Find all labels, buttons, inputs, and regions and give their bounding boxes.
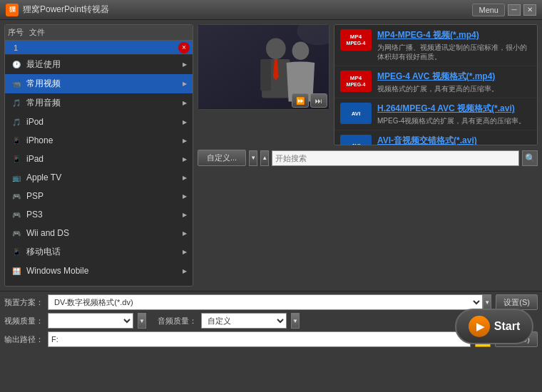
cat-icon-winmobile: 🪟 bbox=[11, 265, 22, 277]
cat-icon-video: 📹 bbox=[11, 78, 22, 90]
sidebar-item-recent[interactable]: 🕐最近使用▶ bbox=[5, 55, 193, 74]
format-desc: MPEG-4视频格式的扩展，具有更高的压缩率。 bbox=[377, 116, 531, 125]
cat-label-video: 常用视频 bbox=[26, 78, 61, 90]
format-item[interactable]: AVI H.264/MPEG-4 AVC 视频格式(*.avi) MPEG-4视… bbox=[334, 98, 537, 130]
audio-quality-label: 音频质量： bbox=[158, 316, 197, 326]
cat-icon-audio: 🎵 bbox=[11, 98, 22, 109]
cat-label-recent: 最近使用 bbox=[26, 58, 61, 71]
delete-icon[interactable]: × bbox=[178, 42, 190, 53]
format-name[interactable]: AVI-音视频交错格式(*.avi) bbox=[377, 135, 531, 145]
format-badge: AVI bbox=[340, 103, 372, 124]
sidebar-item-ps3[interactable]: 🎮PS3▶ bbox=[5, 205, 193, 224]
cat-label-ps3: PS3 bbox=[26, 210, 43, 220]
cat-icon-pmp: ▶ bbox=[11, 284, 22, 287]
sidebar-item-ipad[interactable]: 📱iPad▶ bbox=[5, 150, 193, 168]
video-quality-select[interactable] bbox=[48, 313, 133, 329]
sidebar-item-wii[interactable]: 🎮Wii and DS▶ bbox=[5, 224, 193, 242]
category-panel: 序号 文件 1 × 🕐最近使用▶📹常用视频▶🎵常用音频▶🎵iPod▶📱iPhon… bbox=[4, 24, 193, 287]
cat-label-appletv: Apple TV bbox=[26, 172, 61, 182]
sidebar-item-audio[interactable]: 🎵常用音频▶ bbox=[5, 93, 193, 113]
cat-arrow-recent: ▶ bbox=[183, 61, 187, 68]
svg-point-2 bbox=[266, 38, 286, 59]
top-section: ⏩ ⏭ MP4MPEG-4 MP4-MPEG-4 视频(*.mp4) 为网络广播… bbox=[198, 24, 538, 145]
title-bar: 狸 狸窝PowerPoint转视器 Menu ─ ✕ bbox=[0, 0, 542, 20]
controls-row: 自定义... ▼ ▲ 🔍 bbox=[198, 148, 538, 167]
cat-icon-wii: 🎮 bbox=[11, 227, 22, 239]
aq-dropdown-arrow[interactable]: ▼ bbox=[291, 313, 300, 329]
format-name[interactable]: MP4-MPEG-4 视频(*.mp4) bbox=[377, 29, 531, 41]
cat-label-iphone: iPhone bbox=[26, 135, 53, 145]
customize-button[interactable]: 自定义... bbox=[198, 150, 246, 166]
format-item[interactable]: MP4MPEG-4 MP4-MPEG-4 视频(*.mp4) 为网络广播、视频通… bbox=[334, 25, 537, 66]
format-info: MPEG-4 AVC 视频格式(*.mp4) 视频格式的扩展，具有更高的压缩率。 bbox=[377, 71, 531, 93]
bottom-controls: 预置方案： DV-数字视频格式(*.dv) ▼ 设置(S) 视频质量： ▼ 音频… bbox=[0, 291, 542, 350]
sidebar-item-appletv[interactable]: 📺Apple TV▶ bbox=[5, 168, 193, 187]
cat-arrow-ipod: ▶ bbox=[183, 119, 187, 125]
sidebar-item-winmobile[interactable]: 🪟Windows Mobile▶ bbox=[5, 262, 193, 280]
cat-label-ipad: iPad bbox=[26, 154, 44, 164]
cat-icon-iphone: 📱 bbox=[11, 135, 22, 146]
search-input[interactable] bbox=[272, 150, 519, 166]
cat-arrow-winmobile: ▶ bbox=[183, 268, 187, 274]
sidebar-item-ipod[interactable]: 🎵iPod▶ bbox=[5, 113, 193, 131]
output-path-input[interactable] bbox=[48, 331, 471, 347]
format-badge-text: AVI bbox=[352, 143, 361, 146]
sidebar-item-pmp[interactable]: ▶PMP▶ bbox=[5, 280, 193, 287]
settings-button[interactable]: 设置(S) bbox=[496, 294, 538, 310]
cat-arrow-psp: ▶ bbox=[183, 193, 187, 200]
dropdown-up-arrow[interactable]: ▲ bbox=[260, 150, 269, 166]
cat-icon-recent: 🕐 bbox=[11, 59, 22, 71]
format-info: H.264/MPEG-4 AVC 视频格式(*.avi) MPEG-4视频格式的… bbox=[377, 103, 531, 125]
audio-quality-select[interactable]: 自定义 bbox=[201, 313, 287, 329]
close-button[interactable]: ✕ bbox=[523, 4, 536, 16]
preset-select[interactable]: DV-数字视频格式(*.dv) bbox=[48, 294, 483, 310]
output-label: 输出路径： bbox=[4, 334, 44, 345]
table-header: 序号 文件 bbox=[5, 25, 193, 41]
start-play-icon: ▶ bbox=[469, 316, 490, 337]
cat-label-psp: PSP bbox=[26, 191, 44, 201]
format-item[interactable]: AVI AVI-音视频交错格式(*.avi) 将影像与语音同步组合在一起的格式。 bbox=[334, 130, 537, 145]
right-panel: ⏩ ⏭ MP4MPEG-4 MP4-MPEG-4 视频(*.mp4) 为网络广播… bbox=[198, 24, 538, 287]
cat-arrow-pmp: ▶ bbox=[183, 287, 187, 287]
vq-dropdown-arrow[interactable]: ▼ bbox=[138, 313, 146, 329]
sidebar-item-mobile[interactable]: 📱移动电话▶ bbox=[5, 242, 193, 262]
sidebar-item-iphone[interactable]: 📱iPhone▶ bbox=[5, 131, 193, 150]
cat-arrow-iphone: ▶ bbox=[183, 138, 187, 144]
format-item[interactable]: MP4MPEG-4 MPEG-4 AVC 视频格式(*.mp4) 视频格式的扩展… bbox=[334, 66, 537, 98]
minimize-button[interactable]: ─ bbox=[508, 4, 521, 16]
format-name[interactable]: H.264/MPEG-4 AVC 视频格式(*.avi) bbox=[377, 103, 531, 115]
format-name[interactable]: MPEG-4 AVC 视频格式(*.mp4) bbox=[377, 71, 531, 83]
preview-area: ⏩ ⏭ bbox=[198, 24, 329, 110]
app-icon: 狸 bbox=[6, 4, 19, 16]
sidebar-item-psp[interactable]: 🎮PSP▶ bbox=[5, 187, 193, 205]
fast-forward-button[interactable]: ⏩ bbox=[292, 93, 309, 108]
menu-button[interactable]: Menu bbox=[472, 4, 505, 16]
cat-label-ipod: iPod bbox=[26, 117, 44, 127]
preset-row: 预置方案： DV-数字视频格式(*.dv) ▼ 设置(S) bbox=[4, 294, 538, 310]
format-badge-text: MP4MPEG-4 bbox=[347, 33, 366, 46]
main-area: 序号 文件 1 × 🕐最近使用▶📹常用视频▶🎵常用音频▶🎵iPod▶📱iPhon… bbox=[0, 20, 542, 291]
cat-label-winmobile: Windows Mobile bbox=[26, 266, 88, 276]
cat-icon-ps3: 🎮 bbox=[11, 209, 22, 220]
start-button[interactable]: ▶ Start bbox=[455, 309, 533, 344]
svg-rect-4 bbox=[260, 59, 271, 91]
col-num-header: 序号 bbox=[5, 27, 26, 38]
sidebar-item-video[interactable]: 📹常用视频▶ bbox=[5, 74, 193, 93]
format-badge: AVI bbox=[340, 135, 372, 145]
table-row[interactable]: 1 × bbox=[5, 41, 193, 55]
skip-forward-button[interactable]: ⏭ bbox=[310, 93, 327, 108]
preset-dropdown-arrow[interactable]: ▼ bbox=[483, 294, 491, 310]
cat-arrow-appletv: ▶ bbox=[183, 175, 187, 181]
cat-icon-psp: 🎮 bbox=[11, 190, 22, 202]
app-title: 狸窝PowerPoint转视器 bbox=[23, 4, 472, 16]
start-area: ▶ Start bbox=[455, 309, 533, 344]
format-list: MP4MPEG-4 MP4-MPEG-4 视频(*.mp4) 为网络广播、视频通… bbox=[334, 24, 538, 145]
col-file-header: 文件 bbox=[26, 27, 193, 38]
cat-icon-ipod: 🎵 bbox=[11, 116, 22, 128]
cat-arrow-audio: ▶ bbox=[183, 100, 187, 106]
video-quality-label: 视频质量： bbox=[4, 316, 44, 326]
row-num: 1 bbox=[5, 43, 26, 52]
search-button[interactable]: 🔍 bbox=[522, 150, 538, 166]
dropdown-down-arrow[interactable]: ▼ bbox=[249, 150, 257, 166]
cat-icon-mobile: 📱 bbox=[11, 247, 22, 258]
